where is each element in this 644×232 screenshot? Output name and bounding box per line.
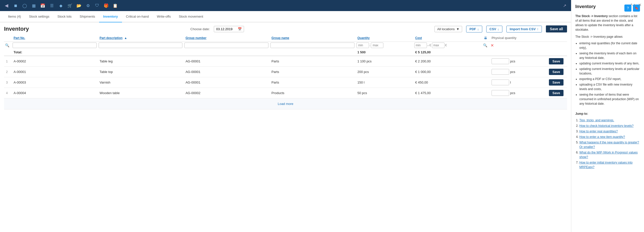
filter-clear-icon[interactable]: ✕ [491, 43, 494, 48]
row-4-save-button[interactable]: Save [549, 90, 564, 96]
row-1-group-name: Parts [269, 56, 355, 67]
export-icon[interactable]: ↗ [561, 2, 568, 9]
col-quantity[interactable]: Quantity [355, 34, 413, 42]
cost-sort[interactable]: Cost [415, 36, 422, 40]
filter-part-desc[interactable] [99, 43, 183, 48]
total-num-cell [4, 49, 12, 56]
help-jump-link-2[interactable]: How to check historical inventory levels… [579, 124, 633, 128]
help-jump-link-1[interactable]: Tips, tricks, and warnings. [579, 119, 614, 122]
group-no-sort[interactable]: Group number [185, 36, 206, 40]
sort-arrow-desc: ▲ [124, 36, 127, 40]
col-physical-qty: Physical quantity [490, 34, 547, 42]
pdf-button[interactable]: PDF ↓ [466, 26, 482, 32]
inventory-table: Part No. Part description ▲ Group number… [4, 34, 567, 109]
help-allows-item-7: seeing the number of items that were con… [579, 92, 640, 106]
gift-icon[interactable]: 🎁 [103, 2, 110, 9]
gear-icon[interactable]: ⚙ [85, 2, 92, 9]
row-4-part-desc: Wooden table [98, 88, 184, 98]
help-intro: The Stock -> Inventory section contains … [575, 14, 640, 32]
row-4-num: 4 [4, 88, 12, 98]
filter-group-name[interactable] [270, 43, 354, 48]
row-2-phys-qty-input[interactable] [492, 69, 509, 75]
list-icon[interactable]: ☰ [48, 2, 55, 9]
fold-icon[interactable]: ⇊ [484, 36, 487, 40]
filter-search-icon[interactable]: 🔍 [5, 43, 9, 47]
filter-qty-min[interactable] [356, 43, 369, 48]
close-icon[interactable]: ✕ [638, 3, 641, 7]
table-row: 2 A-00001 Table top AG-00001 Parts 200 p… [4, 67, 567, 77]
row-4-group-name: Products [269, 88, 355, 98]
col-cost[interactable]: Cost [413, 34, 482, 42]
row-2-cost: € 1 000,00 [413, 67, 482, 77]
help-jump-link-7[interactable]: How to enter initial inventory values in… [579, 161, 632, 169]
calendar-small-icon[interactable]: 📅 [238, 27, 242, 31]
row-3-save-button[interactable]: Save [549, 79, 564, 86]
folder-icon[interactable]: 📂 [75, 2, 83, 9]
col-group-name[interactable]: Group name [269, 34, 355, 42]
back-button[interactable]: ◀ [3, 2, 10, 9]
refresh-icon[interactable]: ◯ [21, 2, 28, 9]
tab-stock-settings[interactable]: Stock settings [25, 11, 53, 22]
row-4-phys-qty-input[interactable] [492, 90, 509, 96]
help-jump-link-3[interactable]: How to enter real quantities? [579, 130, 618, 133]
tab-shipments[interactable]: Shipments [76, 11, 99, 22]
tab-critical-on-hand[interactable]: Critical on-hand [122, 11, 153, 22]
cart-icon[interactable]: 🛒 [66, 2, 73, 9]
diamond-icon[interactable]: ◆ [57, 2, 64, 9]
filter-group-no[interactable] [184, 43, 268, 48]
row-4-group-no: AG-00002 [183, 88, 269, 98]
filter-search-icon-cell: 🔍 [4, 42, 12, 49]
clipboard-icon[interactable]: 📋 [112, 2, 119, 9]
row-4-phys-qty-cell: pcs [490, 88, 547, 98]
col-part-no[interactable]: Part No. [12, 34, 98, 42]
tab-inventory[interactable]: Inventory [99, 11, 122, 22]
quantity-sort[interactable]: Quantity [357, 36, 370, 40]
row-3-save-cell: Save [547, 77, 567, 88]
group-name-sort[interactable]: Group name [271, 36, 289, 40]
row-1-group-no: AG-00001 [183, 56, 269, 67]
col-group-no[interactable]: Group number [183, 34, 269, 42]
resize-icon[interactable]: ↖↘ [630, 3, 636, 7]
location-select[interactable]: All locations ▼ [434, 26, 462, 32]
filter-apply-icon[interactable]: 🔍 [483, 43, 487, 47]
csv-button[interactable]: CSV ↓ [486, 26, 502, 32]
filter-part-no[interactable] [13, 43, 97, 48]
date-input[interactable] [216, 27, 236, 31]
row-1-phys-qty-input[interactable] [492, 58, 509, 64]
row-3-phys-qty-input[interactable] [492, 80, 509, 85]
total-row: Total: 1 500 € 5 125,00 [4, 49, 567, 56]
filter-cost-max[interactable] [432, 43, 445, 48]
logo-icon[interactable]: ■ [12, 2, 19, 9]
tab-stock-movement[interactable]: Stock movement [175, 11, 207, 22]
row-4-unit: pcs [510, 91, 515, 95]
part-desc-sort[interactable]: Part description [100, 36, 123, 40]
save-all-button[interactable]: Save all [546, 25, 567, 32]
filter-qty-max[interactable] [371, 43, 383, 48]
shield-icon[interactable]: 🛡 [94, 2, 101, 9]
col-part-desc[interactable]: Part description ▲ [98, 34, 184, 42]
grid-icon[interactable]: ▦ [30, 2, 37, 9]
tab-stock-lots[interactable]: Stock lots [53, 11, 75, 22]
tab-items[interactable]: Items (4) [4, 11, 25, 22]
row-1-save-cell: Save [547, 56, 567, 67]
calendar-icon[interactable]: 📅 [39, 2, 46, 9]
part-no-sort[interactable]: Part No. [14, 36, 25, 40]
row-4-fold [482, 88, 490, 98]
help-jump-5: What happens if the new quantity is grea… [579, 140, 640, 149]
table-header-row: Part No. Part description ▲ Group number… [4, 34, 567, 42]
help-jump-link-5[interactable]: What happens if the new quantity is grea… [579, 141, 639, 149]
row-3-part-no: A-00003 [12, 77, 98, 88]
row-1-save-button[interactable]: Save [549, 58, 564, 64]
col-fold[interactable]: ⇊ [482, 34, 490, 42]
row-2-save-button[interactable]: Save [549, 69, 564, 75]
filter-group-no-cell [183, 42, 269, 49]
help-jump-link-6[interactable]: What do the WIP (Work in Progress) value… [579, 151, 638, 159]
euro-sign-2: € [445, 44, 447, 47]
row-3-phys-qty-cell: l [490, 77, 547, 88]
row-3-fold [482, 77, 490, 88]
import-csv-button[interactable]: Import from CSV ↑ [506, 26, 542, 32]
tab-write-offs[interactable]: Write-offs [153, 11, 175, 22]
filter-cost-min[interactable] [414, 43, 427, 48]
help-jump-link-4[interactable]: How to enter a new item quantity? [579, 135, 625, 139]
load-more-cell[interactable]: Load more [4, 98, 567, 109]
